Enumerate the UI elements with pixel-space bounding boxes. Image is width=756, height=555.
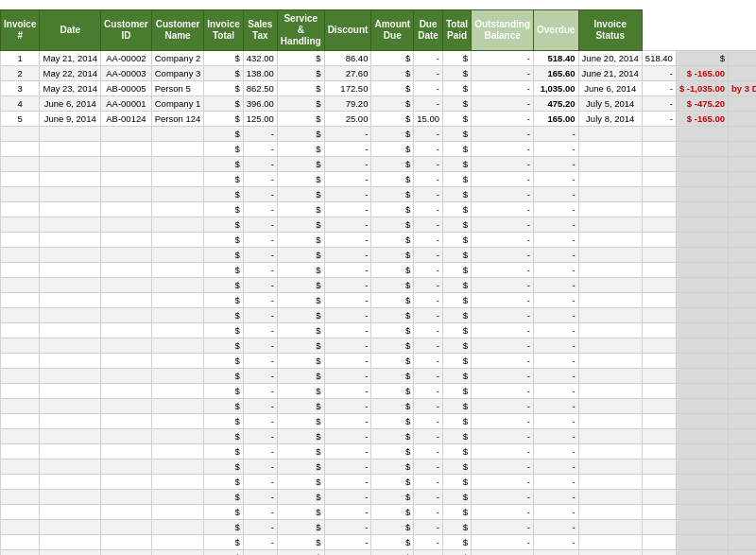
empty-amount-due: - xyxy=(534,520,579,535)
empty-cell xyxy=(101,172,152,187)
empty-cell xyxy=(151,535,204,550)
empty-overdue xyxy=(728,202,756,217)
table-row-empty: $ - $ - $ - $ - - xyxy=(1,460,757,475)
empty-due-date xyxy=(578,202,642,217)
empty-val: - xyxy=(243,142,277,157)
customer-name: Company 1 xyxy=(151,96,204,112)
empty-val: - xyxy=(414,505,443,520)
total-paid: 518.40 xyxy=(642,51,676,66)
empty-val: - xyxy=(324,475,371,490)
empty-cell xyxy=(101,338,152,354)
empty-dollar: $ xyxy=(277,535,324,550)
empty-val: - xyxy=(324,157,371,172)
empty-dollar: $ xyxy=(442,293,471,308)
date: May 22, 2014 xyxy=(40,66,101,81)
empty-dollar: $ xyxy=(371,157,414,172)
empty-dollar: $ xyxy=(442,399,471,414)
invoice-num: 4 xyxy=(1,96,40,112)
empty-cell xyxy=(40,157,101,172)
empty-cell xyxy=(151,278,204,293)
empty-overdue xyxy=(728,278,756,293)
empty-cell xyxy=(1,354,40,369)
empty-val: - xyxy=(472,384,534,399)
empty-val: - xyxy=(243,475,277,490)
empty-cell xyxy=(101,369,152,384)
empty-val: - xyxy=(472,354,534,369)
outstanding-balance: $ -475.20 xyxy=(676,96,728,112)
empty-outstanding xyxy=(676,520,728,535)
empty-val: - xyxy=(414,308,443,323)
table-row-empty: $ - $ - $ - $ - - xyxy=(1,354,757,369)
empty-cell xyxy=(151,263,204,278)
empty-dollar: $ xyxy=(204,444,243,460)
empty-dollar: $ xyxy=(204,293,243,308)
empty-dollar: $ xyxy=(277,202,324,217)
empty-total-paid xyxy=(642,535,676,550)
empty-val: - xyxy=(472,187,534,202)
empty-val: - xyxy=(414,278,443,293)
table-row-empty: $ - $ - $ - $ - - xyxy=(1,217,757,233)
empty-cell xyxy=(151,429,204,444)
empty-val: - xyxy=(472,142,534,157)
empty-total-paid xyxy=(642,505,676,520)
empty-dollar: $ xyxy=(204,535,243,550)
empty-val: - xyxy=(324,460,371,475)
empty-val: - xyxy=(243,323,277,338)
empty-val: - xyxy=(414,157,443,172)
empty-cell xyxy=(40,278,101,293)
empty-overdue xyxy=(728,263,756,278)
table-row-empty: $ - $ - $ - $ - - xyxy=(1,172,757,187)
empty-dollar: $ xyxy=(204,505,243,520)
empty-cell xyxy=(40,399,101,414)
table-row-empty: $ - $ - $ - $ - - xyxy=(1,535,757,550)
empty-cell xyxy=(1,414,40,429)
empty-amount-due: - xyxy=(534,429,579,444)
empty-amount-due: - xyxy=(534,187,579,202)
empty-outstanding xyxy=(676,233,728,248)
empty-due-date xyxy=(578,550,642,556)
empty-cell xyxy=(151,127,204,142)
empty-val: - xyxy=(472,520,534,535)
invoice-total-val: 432.00 xyxy=(243,51,277,66)
empty-total-paid xyxy=(642,399,676,414)
empty-val: - xyxy=(243,233,277,248)
empty-dollar: $ xyxy=(277,187,324,202)
empty-dollar: $ xyxy=(371,142,414,157)
invoice-total-dollar: $ xyxy=(204,81,243,96)
empty-dollar: $ xyxy=(442,142,471,157)
empty-amount-due: - xyxy=(534,399,579,414)
col-sales-tax: Sales Tax xyxy=(243,10,277,51)
empty-dollar: $ xyxy=(371,535,414,550)
empty-cell xyxy=(151,444,204,460)
table-row-empty: $ - $ - $ - $ - - xyxy=(1,142,757,157)
service-val: - xyxy=(414,81,443,96)
empty-total-paid xyxy=(642,248,676,263)
empty-due-date xyxy=(578,354,642,369)
empty-dollar: $ xyxy=(204,490,243,505)
empty-val: - xyxy=(243,217,277,233)
invoice-num: 3 xyxy=(1,81,40,96)
empty-overdue xyxy=(728,460,756,475)
empty-outstanding xyxy=(676,263,728,278)
empty-val: - xyxy=(472,263,534,278)
empty-val: - xyxy=(243,444,277,460)
empty-val: - xyxy=(324,490,371,505)
empty-val: - xyxy=(324,369,371,384)
empty-overdue xyxy=(728,535,756,550)
empty-cell xyxy=(101,278,152,293)
empty-dollar: $ xyxy=(277,475,324,490)
empty-dollar: $ xyxy=(371,460,414,475)
empty-cell xyxy=(40,338,101,354)
empty-due-date xyxy=(578,505,642,520)
empty-overdue xyxy=(728,172,756,187)
page-title xyxy=(0,0,756,9)
empty-due-date xyxy=(578,414,642,429)
empty-val: - xyxy=(243,308,277,323)
empty-due-date xyxy=(578,127,642,142)
empty-overdue xyxy=(728,187,756,202)
empty-cell xyxy=(151,505,204,520)
sales-tax-dollar: $ xyxy=(277,51,324,66)
empty-dollar: $ xyxy=(277,505,324,520)
empty-overdue xyxy=(728,490,756,505)
empty-dollar: $ xyxy=(204,308,243,323)
